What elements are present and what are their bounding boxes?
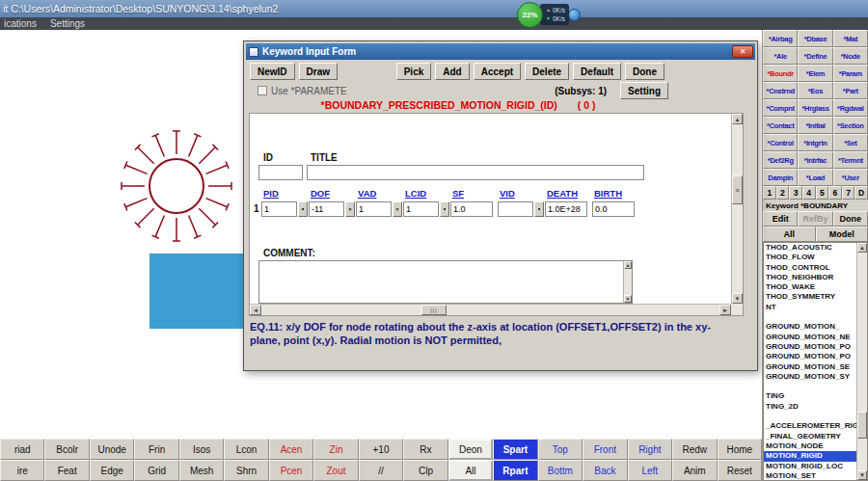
keyword-list-scrollbar[interactable]: ▲ ▼	[856, 243, 867, 480]
keyword-list-item[interactable]: MOTION_NODE	[764, 441, 856, 451]
pid-link-button[interactable]: •	[298, 201, 308, 217]
keyword-list-item[interactable]: GROUND_MOTION_NE	[764, 333, 856, 342]
model-filter-button[interactable]: Model	[816, 227, 868, 242]
cat-user[interactable]: *User	[833, 169, 868, 186]
all-filter-button[interactable]: All	[763, 227, 816, 242]
btn-home[interactable]: Home	[718, 439, 762, 460]
btn-spart[interactable]: Spart	[493, 439, 537, 460]
tab-7[interactable]: 7	[842, 186, 855, 200]
btn-right[interactable]: Right	[628, 439, 672, 460]
cat-cnstrnd[interactable]: *Cnstrnd	[763, 82, 798, 99]
column-header-death[interactable]: DEATH	[547, 188, 578, 199]
sf-field[interactable]: 1.0	[450, 201, 493, 217]
use-parameter-checkbox[interactable]	[258, 86, 267, 95]
scroll-up-icon[interactable]: ▲	[732, 114, 743, 124]
cat-airbag[interactable]: *Airbag	[763, 30, 798, 47]
draw-button[interactable]: Draw	[299, 63, 338, 80]
keyword-list-item[interactable]: TING	[764, 391, 856, 401]
widget-ball-icon[interactable]	[568, 9, 581, 21]
keyword-list-item-selected[interactable]: MOTION_RIGID	[764, 451, 856, 461]
scroll-down-icon[interactable]: ▼	[857, 470, 867, 480]
refby-button[interactable]: RefBy	[798, 211, 832, 227]
keyword-list-item[interactable]: GROUND_MOTION_PO	[764, 352, 856, 361]
keyword-list-item[interactable]: MOTION_RIGID_LOC	[764, 462, 856, 471]
id-input[interactable]	[258, 165, 303, 180]
pick-button[interactable]: Pick	[396, 63, 432, 80]
btn-mesh[interactable]: Mesh	[179, 460, 224, 481]
column-header-lcid[interactable]: LCID	[405, 188, 426, 199]
cat-load[interactable]: *Load	[798, 169, 832, 186]
keyword-list-item[interactable]: TING_2D	[764, 402, 856, 412]
memory-gauge[interactable]: 22%	[517, 2, 543, 28]
btn-all[interactable]: All	[448, 460, 493, 481]
keyword-list-item[interactable]: GROUND_MOTION_SY	[764, 372, 856, 382]
menu-item-applications[interactable]: ications	[4, 17, 37, 30]
scroll-up-icon[interactable]: ▲	[857, 243, 867, 253]
btn-zin[interactable]: Zin	[313, 439, 358, 460]
btn-redw[interactable]: Redw	[672, 439, 717, 460]
btn-pcen[interactable]: Pcen	[269, 460, 313, 481]
default-button[interactable]: Default	[573, 63, 621, 80]
panel-done-button[interactable]: Done	[833, 211, 868, 227]
cat-rgdwal[interactable]: *Rgdwal	[833, 99, 868, 117]
btn-shrn[interactable]: Shrn	[224, 460, 268, 481]
tab-6[interactable]: 6	[828, 186, 842, 200]
btn-frin[interactable]: Frin	[134, 439, 178, 460]
btn-slashes[interactable]: //	[359, 460, 403, 481]
btn-edge[interactable]: Edge	[90, 460, 134, 481]
column-header-vad[interactable]: VAD	[358, 188, 376, 199]
lcid-field[interactable]: 1	[403, 201, 439, 217]
scrollbar-thumb[interactable]: |||	[421, 305, 447, 315]
cat-control[interactable]: *Control	[763, 134, 798, 151]
tab-1[interactable]: 1	[763, 186, 776, 200]
btn-grid[interactable]: Grid	[134, 460, 178, 481]
btn-clp[interactable]: Clp	[403, 460, 448, 481]
vid-link-button[interactable]: •	[534, 201, 544, 217]
cat-hrglass[interactable]: *Hrglass	[798, 99, 832, 117]
btn-anim[interactable]: Anim	[672, 460, 717, 481]
btn-deon[interactable]: Deon	[448, 439, 493, 460]
close-icon[interactable]: ✕	[732, 45, 753, 58]
cat-boundary[interactable]: *Boundr	[763, 65, 798, 82]
btn-rx[interactable]: Rx	[403, 439, 448, 460]
window-titlebar[interactable]: it C:\Users\Administrator\Desktop\SUNYON…	[0, 0, 868, 17]
cat-node[interactable]: *Node	[833, 47, 868, 65]
keyword-list-item[interactable]: GROUND_MOTION_SE	[764, 362, 856, 372]
column-header-birth[interactable]: BIRTH	[594, 188, 622, 199]
keyword-list-item[interactable]: _ACCELEROMETER_RIG	[764, 421, 856, 431]
form-vertical-scrollbar[interactable]: ▲ ≡ ▼	[731, 114, 743, 304]
cat-contact[interactable]: *Contact	[763, 117, 798, 134]
keyword-list-item[interactable]: GROUND_MOTION_PO	[764, 342, 856, 352]
keyword-list-item[interactable]: MOTION_SET	[764, 471, 856, 481]
cat-part[interactable]: *Part	[833, 82, 868, 99]
dialog-titlebar[interactable]: Keyword Input Form ✕	[246, 43, 755, 60]
cat-dbase[interactable]: *Dbase	[798, 30, 832, 47]
vid-field[interactable]	[498, 201, 533, 217]
accept-button[interactable]: Accept	[474, 63, 521, 80]
menu-item-settings[interactable]: Settings	[50, 17, 85, 30]
scroll-down-icon[interactable]: ▼	[732, 293, 743, 304]
btn-wire[interactable]: ire	[0, 460, 44, 481]
keyword-list-item[interactable]: THOD_WAKE	[764, 282, 856, 292]
cat-set[interactable]: *Set	[833, 134, 868, 151]
column-header-dof[interactable]: DOF	[311, 188, 330, 199]
cat-termnt[interactable]: *Termnt	[833, 151, 868, 169]
btn-reset[interactable]: Reset	[718, 460, 762, 481]
btn-lcon[interactable]: Lcon	[224, 439, 268, 460]
cat-dampin[interactable]: Dampin	[763, 169, 798, 186]
dof-combo[interactable]: -11	[309, 201, 344, 217]
title-input[interactable]	[307, 165, 644, 180]
dof-dropdown-icon[interactable]: ▼	[345, 201, 355, 217]
tab-4[interactable]: 4	[802, 186, 816, 200]
column-header-vid[interactable]: VID	[500, 188, 515, 199]
cat-define[interactable]: *Define	[798, 47, 832, 65]
cat-ale[interactable]: *Ale	[763, 47, 798, 65]
cat-intgrtn[interactable]: *Intgrtn	[798, 134, 832, 151]
setting-button[interactable]: Setting	[620, 82, 668, 99]
cat-section[interactable]: *Section	[833, 117, 868, 134]
scroll-up-icon[interactable]: ▲	[624, 261, 632, 269]
add-button[interactable]: Add	[435, 63, 469, 80]
cat-compnt[interactable]: *Compnt	[763, 99, 798, 117]
delete-button[interactable]: Delete	[525, 63, 569, 80]
vad-dropdown-icon[interactable]: ▼	[393, 201, 402, 217]
